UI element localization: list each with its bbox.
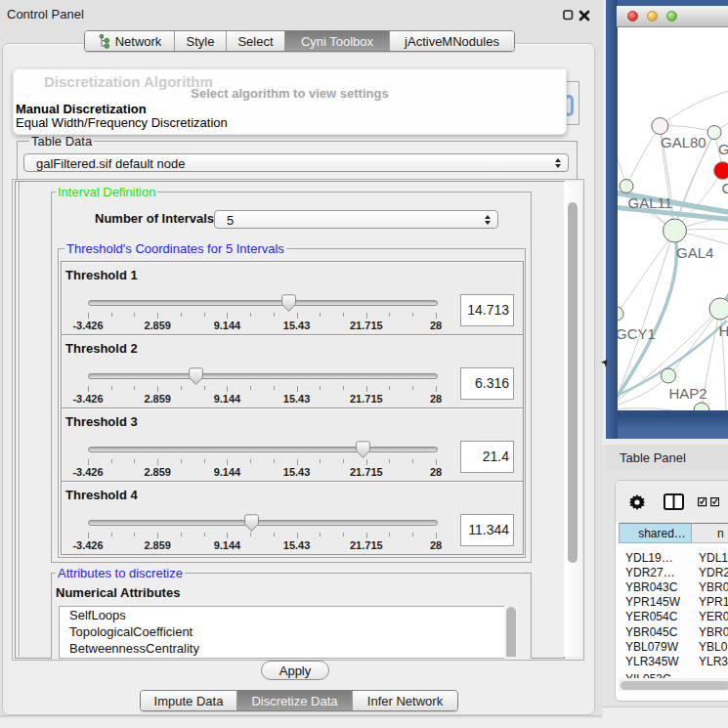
svg-text:GAL4: GAL4 bbox=[676, 244, 713, 261]
svg-text:GAL11: GAL11 bbox=[628, 194, 673, 211]
svg-text:H: H bbox=[719, 322, 728, 339]
svg-text:C: C bbox=[722, 180, 728, 196]
svg-text:HAP2: HAP2 bbox=[669, 385, 707, 402]
svg-text:GA: GA bbox=[718, 141, 728, 157]
svg-text:GAL80: GAL80 bbox=[661, 134, 707, 150]
svg-text:GCY1: GCY1 bbox=[618, 325, 656, 342]
